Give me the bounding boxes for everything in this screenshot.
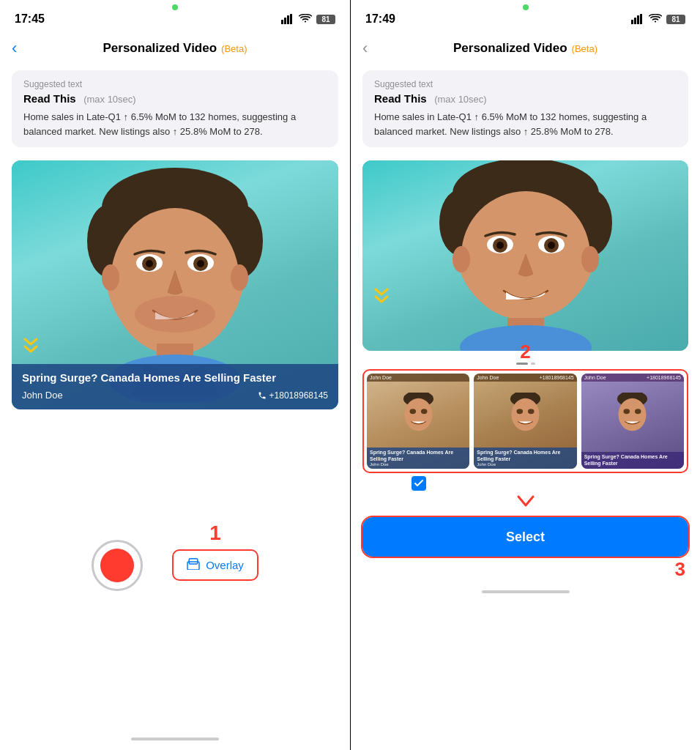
thumb1-face: [367, 382, 469, 447]
svg-point-14: [146, 260, 153, 267]
svg-point-15: [197, 260, 204, 267]
right-green-dot: [523, 4, 529, 10]
left-video-name: John Doe: [22, 390, 63, 401]
thumb2-overlay: Spring Surge? Canada Homes Are Selling F…: [474, 448, 576, 469]
thumb1-name: John Doe: [370, 375, 392, 380]
thumb3-phone: +18018968145: [647, 375, 681, 380]
thumbnails-row[interactable]: John Doe Spring Surge? Canada Homes Are …: [362, 369, 688, 473]
left-video-chevrons: [22, 337, 40, 360]
svg-point-16: [135, 296, 215, 333]
svg-point-39: [453, 246, 470, 272]
right-face-svg: [401, 160, 650, 351]
thumb1-overlay: Spring Surge? Canada Homes Are Selling F…: [367, 448, 469, 469]
left-max-time: (max 10sec): [83, 94, 136, 105]
thumbnails-section: 2 John Doe: [362, 363, 688, 491]
right-nav-bar: ‹ Personalized Video (Beta): [351, 32, 700, 64]
thumb1-name-bar: John Doe: [367, 374, 469, 382]
right-status-icons: 81: [631, 14, 685, 24]
thumb1-checkbox[interactable]: [412, 476, 426, 491]
left-suggested-label: Suggested text: [23, 79, 327, 89]
phone-icon: [258, 391, 267, 400]
svg-rect-2: [287, 15, 289, 24]
left-nav-beta: (Beta): [221, 43, 247, 54]
thumb3-name: John Doe: [584, 375, 606, 380]
right-wifi-icon: [649, 14, 662, 24]
step3-container: 3: [351, 558, 700, 581]
select-button-border: [361, 516, 690, 558]
record-inner: [100, 549, 134, 582]
svg-point-50: [512, 398, 540, 431]
svg-point-37: [496, 242, 504, 249]
overlay-icon: [187, 558, 200, 572]
right-time: 17:49: [365, 12, 395, 26]
svg-point-40: [581, 246, 599, 272]
green-dot-indicator: [172, 4, 178, 10]
left-panel: 17:45 81 ‹ Personalized Video (Beta): [0, 0, 350, 750]
svg-point-51: [516, 409, 523, 414]
right-home-bar: [482, 590, 570, 593]
thumbnail-3[interactable]: John Doe +18018968145 Spring Surge? Cana…: [581, 374, 684, 469]
thumbnails-check-row: [362, 473, 688, 491]
svg-point-18: [231, 264, 248, 291]
right-video-preview: [362, 160, 688, 351]
right-suggested-label: Suggested text: [374, 79, 677, 89]
overlay-button[interactable]: Overlay: [172, 549, 258, 581]
thumbnail-1[interactable]: John Doe Spring Surge? Canada Homes Are …: [367, 374, 469, 469]
left-bottom-controls: 1 Overlay: [0, 417, 350, 728]
right-video-face: [362, 160, 688, 351]
right-suggested-card: Suggested text Read This (max 10sec) Hom…: [362, 70, 688, 147]
svg-point-38: [548, 242, 555, 249]
svg-rect-26: [640, 14, 642, 24]
svg-point-46: [409, 409, 416, 414]
svg-rect-0: [281, 20, 283, 24]
thumb2-name-bar: John Doe +18018968145: [474, 374, 576, 382]
step3-label: 3: [675, 558, 685, 581]
right-video-chevrons: [373, 287, 390, 310]
slide-dot-2: [531, 363, 535, 365]
left-battery: 81: [316, 15, 335, 24]
left-nav-bar: ‹ Personalized Video (Beta): [0, 32, 350, 64]
left-home-indicator: [0, 728, 350, 750]
svg-rect-24: [634, 18, 636, 24]
svg-rect-3: [290, 14, 292, 24]
step2-label: 2: [520, 341, 530, 363]
thumb2-contact: John Doe: [477, 462, 573, 467]
left-suggested-card: Suggested text Read This (max 10sec) Hom…: [12, 70, 338, 147]
thumb2-headline: Spring Surge? Canada Homes Are Selling F…: [477, 450, 573, 462]
thumb1-headline: Spring Surge? Canada Homes Are Selling F…: [370, 450, 466, 462]
thumb3-face: [581, 382, 684, 447]
svg-rect-25: [637, 15, 639, 24]
thumbnail-2[interactable]: John Doe +18018968145 Spring Surge? Cana…: [474, 374, 576, 469]
signal-icon: [281, 14, 294, 24]
right-suggested-body: Home sales in Late-Q1 ↑ 6.5% MoM to 132 …: [374, 110, 677, 138]
wifi-icon: [299, 14, 312, 24]
right-panel: 17:49 81 ‹ Personalized Video (Beta) Sug…: [350, 0, 700, 750]
thumb2-face: [474, 382, 576, 447]
select-button[interactable]: Select: [362, 517, 688, 557]
svg-rect-1: [284, 18, 286, 24]
left-back-button[interactable]: ‹: [12, 39, 17, 58]
arrow-down-indicator: [351, 494, 700, 510]
right-read-this: Read This: [374, 92, 427, 105]
right-signal-icon: [631, 14, 644, 24]
svg-point-55: [619, 398, 647, 431]
right-back-button[interactable]: ‹: [362, 39, 368, 58]
thumb2-name: John Doe: [477, 375, 499, 380]
thumb3-headline: Spring Surge? Canada Homes Are Selling F…: [584, 454, 681, 467]
left-video-preview: Spring Surge? Canada Homes Are Selling F…: [12, 160, 338, 409]
thumb3-name-bar: John Doe +18018968145: [581, 374, 684, 382]
svg-point-56: [624, 409, 630, 414]
right-battery: 81: [666, 15, 685, 24]
thumb2-phone: +18018968145: [540, 375, 574, 380]
left-read-this: Read This: [23, 92, 76, 105]
thumb1-contact: John Doe: [370, 462, 466, 467]
step1-label: 1: [209, 521, 221, 545]
overlay-label: Overlay: [206, 559, 244, 571]
left-suggested-body: Home sales in Late-Q1 ↑ 6.5% MoM to 132 …: [23, 110, 327, 138]
svg-rect-23: [631, 20, 633, 24]
record-button[interactable]: [92, 540, 143, 591]
left-video-contact-row: John Doe +18018968145: [22, 390, 328, 401]
right-home-indicator: [351, 581, 700, 603]
left-home-bar: [131, 738, 219, 740]
left-status-icons: 81: [281, 14, 335, 24]
